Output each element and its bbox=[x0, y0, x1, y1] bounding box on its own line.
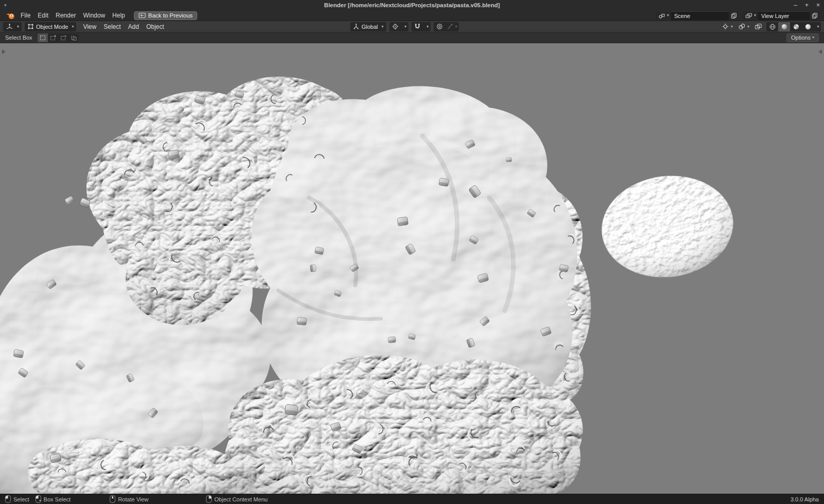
viewport-3d[interactable] bbox=[0, 43, 824, 494]
minimize-button[interactable]: – bbox=[794, 0, 797, 10]
shading-solid-icon bbox=[781, 23, 788, 30]
shading-mode-group: ▾ bbox=[766, 22, 821, 31]
orientation-label: Global bbox=[362, 24, 378, 30]
transform-orientation-select[interactable]: Global ▾ bbox=[350, 22, 386, 31]
status-hint-label: Select bbox=[13, 496, 29, 502]
object-mode-icon bbox=[27, 23, 34, 30]
chevron-down-icon: ▾ bbox=[72, 25, 74, 29]
chevron-down-icon: ▾ bbox=[382, 25, 384, 29]
menu-help[interactable]: Help bbox=[109, 11, 129, 20]
menu-add[interactable]: Add bbox=[125, 23, 143, 31]
view-layer-name-field[interactable]: View Layer bbox=[758, 11, 810, 20]
chevron-down-icon: ▾ bbox=[747, 25, 749, 29]
xray-toggle[interactable] bbox=[753, 22, 763, 31]
menu-file[interactable]: File bbox=[17, 11, 34, 20]
mouse-middle-icon bbox=[110, 495, 115, 503]
view-layer-icon bbox=[745, 12, 752, 19]
active-tool-label: Select Box bbox=[5, 34, 32, 41]
scene-browse-button[interactable]: ▾ bbox=[656, 11, 671, 20]
overlays-icon bbox=[738, 23, 746, 30]
status-hint-rotate-view: Rotate View bbox=[110, 495, 148, 503]
select-subtract-icon bbox=[60, 34, 67, 41]
editor-type-button[interactable]: ▾ bbox=[3, 22, 22, 31]
shading-rendered-button[interactable] bbox=[802, 22, 814, 31]
proportional-edit-icon bbox=[436, 23, 443, 30]
menu-edit[interactable]: Edit bbox=[34, 11, 52, 20]
back-screen-icon bbox=[139, 12, 146, 19]
proportional-edit-toggle[interactable] bbox=[434, 22, 445, 31]
chevron-down-icon: ▾ bbox=[812, 36, 814, 40]
shading-wireframe-icon bbox=[769, 23, 776, 30]
chevron-down-icon: ▾ bbox=[404, 25, 406, 29]
mouse-left-icon bbox=[5, 495, 11, 503]
falloff-curve-icon bbox=[447, 23, 454, 30]
view-layer-browse-button[interactable]: ▾ bbox=[743, 11, 758, 20]
show-gizmos-toggle[interactable]: ▾ bbox=[720, 22, 734, 31]
proportional-falloff-button[interactable]: ▾ bbox=[445, 22, 459, 31]
gizmos-icon bbox=[722, 23, 729, 30]
viewport-canvas[interactable] bbox=[0, 43, 824, 494]
proportional-edit-group: ▾ bbox=[434, 22, 459, 31]
select-mode-subtract-button[interactable] bbox=[58, 33, 68, 42]
window-controls: – + × bbox=[794, 0, 820, 10]
viewport-3d-icon bbox=[6, 23, 13, 30]
chevron-down-icon: ▾ bbox=[754, 13, 756, 18]
menu-render[interactable]: Render bbox=[52, 11, 79, 20]
orientation-global-icon bbox=[353, 23, 359, 30]
scene-name-field[interactable]: Scene bbox=[671, 11, 729, 20]
window-menu-arrow-icon[interactable]: ▾ bbox=[4, 3, 7, 8]
duplicate-icon bbox=[731, 12, 737, 19]
snapping-group: ▾ bbox=[411, 22, 431, 31]
status-hint-context-menu: Object Context Menu bbox=[206, 495, 267, 503]
blender-logo-icon[interactable] bbox=[4, 12, 17, 20]
options-label: Options bbox=[791, 34, 811, 41]
new-view-layer-button[interactable] bbox=[810, 11, 820, 20]
maximize-button[interactable]: + bbox=[805, 0, 809, 10]
snap-toggle-button[interactable] bbox=[411, 22, 423, 31]
viewport-header: ▾ Object Mode ▾ View Select Add Object G… bbox=[0, 21, 824, 32]
status-hint-label: Rotate View bbox=[118, 496, 148, 502]
window-title: Blender [/home/eric/Nextcloud/Projects/p… bbox=[324, 2, 500, 8]
chevron-down-icon: ▾ bbox=[455, 25, 457, 29]
pivot-point-button[interactable] bbox=[389, 22, 401, 31]
select-mode-intersect-button[interactable] bbox=[68, 33, 79, 42]
new-scene-button[interactable] bbox=[729, 11, 739, 20]
mode-select-label: Object Mode bbox=[36, 24, 68, 30]
shading-material-button[interactable] bbox=[790, 22, 802, 31]
status-hint-label: Object Context Menu bbox=[214, 496, 267, 502]
snap-settings-button[interactable]: ▾ bbox=[423, 22, 431, 31]
status-hint-select: Select bbox=[5, 495, 29, 503]
topbar: File Edit Render Window Help Back to Pre… bbox=[0, 10, 824, 21]
menu-select[interactable]: Select bbox=[100, 23, 124, 31]
pivot-point-settings-button[interactable]: ▾ bbox=[401, 22, 408, 31]
mouse-left-drag-icon bbox=[36, 495, 41, 503]
duplicate-icon bbox=[812, 12, 818, 19]
back-to-previous-label: Back to Previous bbox=[148, 12, 193, 19]
close-button[interactable]: × bbox=[816, 0, 820, 10]
select-mode-group bbox=[38, 33, 79, 42]
window-titlebar: ▾ Blender [/home/eric/Nextcloud/Projects… bbox=[0, 0, 824, 10]
options-dropdown[interactable]: Options ▾ bbox=[786, 33, 819, 42]
menu-object[interactable]: Object bbox=[143, 23, 168, 31]
chevron-down-icon: ▾ bbox=[667, 13, 669, 18]
show-overlays-toggle[interactable]: ▾ bbox=[737, 22, 750, 31]
status-hint-label: Box Select bbox=[44, 496, 71, 502]
menu-window[interactable]: Window bbox=[79, 11, 109, 20]
tool-settings-bar: Select Box Options ▾ bbox=[0, 32, 824, 43]
mode-select[interactable]: Object Mode ▾ bbox=[25, 22, 76, 31]
shading-settings-button[interactable]: ▾ bbox=[814, 22, 821, 31]
shading-solid-button[interactable] bbox=[778, 22, 790, 31]
back-to-previous-button[interactable]: Back to Previous bbox=[134, 11, 197, 20]
shading-rendered-icon bbox=[804, 23, 812, 30]
shading-wireframe-button[interactable] bbox=[766, 22, 778, 31]
select-mode-extend-button[interactable] bbox=[48, 33, 58, 42]
pivot-point-icon bbox=[392, 23, 399, 30]
select-intersect-icon bbox=[70, 34, 77, 41]
menu-view[interactable]: View bbox=[79, 23, 100, 31]
select-set-icon bbox=[39, 34, 46, 41]
pivot-point-group: ▾ bbox=[389, 22, 408, 31]
blender-version: 3.0.0 Alpha bbox=[791, 496, 819, 502]
status-bar: Select Box Select Rotate View Object Con… bbox=[0, 494, 824, 504]
select-mode-set-button[interactable] bbox=[38, 33, 48, 42]
mouse-right-icon bbox=[206, 495, 212, 503]
